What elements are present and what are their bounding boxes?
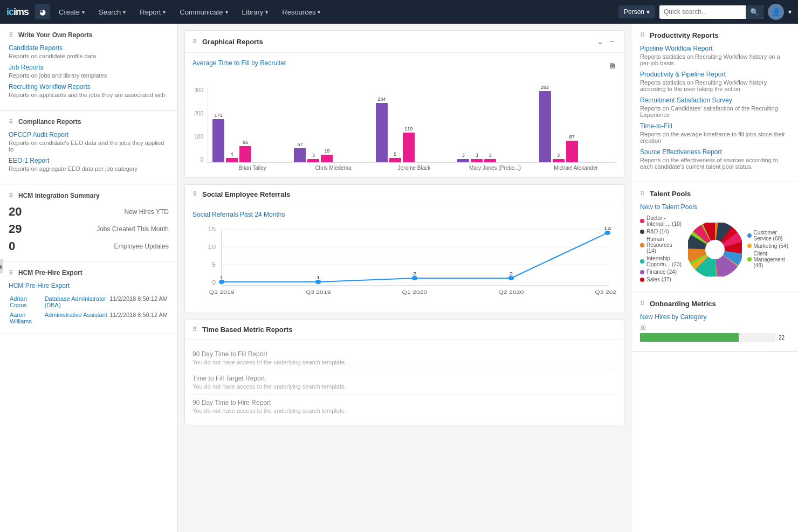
new-hires-category-link[interactable]: New Hires by Category — [640, 313, 789, 321]
bar-purple-4 — [539, 91, 551, 162]
widget-close-button[interactable]: − — [608, 36, 616, 47]
person-dropdown[interactable]: Person ▾ — [618, 5, 655, 18]
time-report-item-0: 90 Day Time to Fill Report You do not ha… — [192, 346, 616, 370]
hcm-prehire-title: ⠿ HCM Pre-Hire Export — [9, 269, 169, 277]
bar-group-4: 282 3 87 — [535, 85, 616, 162]
search-button[interactable]: 🔍 — [746, 5, 763, 19]
sidebar-collapse-button[interactable]: ◀ — [0, 259, 3, 273]
grip-icon: ⠿ — [9, 192, 13, 199]
nav-menu: Create ▾ Search ▾ Report ▾ Communicate ▾… — [52, 5, 616, 19]
prehire-role-0[interactable]: Database Administrator (DBA) — [44, 294, 109, 310]
search-input[interactable] — [659, 5, 746, 18]
legend-client-mgmt: Client Management (48) — [747, 251, 790, 268]
bar-purple-0 — [212, 119, 224, 162]
chevron-down-icon: ▾ — [265, 9, 268, 15]
nav-create[interactable]: Create ▾ — [52, 5, 91, 19]
legend-hr: Human Resources (14) — [640, 236, 683, 254]
legend-dot — [640, 243, 644, 247]
table-row: Aaron Williams Administrative Assistant … — [9, 310, 169, 326]
grip-icon: ⠿ — [9, 32, 13, 39]
hcm-prehire-link[interactable]: HCM Pre-Hire Export — [9, 282, 169, 289]
time-to-fill-link[interactable]: Time-to-Fill — [640, 122, 789, 130]
compliance-title: ⠿ Compliance Reports — [9, 118, 169, 126]
grip-icon: ⠿ — [640, 190, 644, 197]
social-referrals-header: ⠿ Social Employee Referrals — [185, 185, 624, 204]
legend-dot — [640, 230, 644, 234]
pie-chart-area: Doctor - Internal ... (10) R&D (14) Huma… — [640, 215, 789, 284]
legend-marketing: Marketing (54) — [747, 243, 790, 249]
compliance-section: ⠿ Compliance Reports OFCCP Audit Report … — [0, 110, 177, 184]
svg-text:1: 1 — [220, 275, 224, 280]
svg-text:10: 10 — [208, 244, 216, 251]
nav-resources[interactable]: Resources ▾ — [276, 5, 327, 19]
legend-sales: Sales (37) — [640, 277, 683, 282]
grip-icon: ⠿ — [9, 119, 13, 126]
social-referrals-title: ⠿ Social Employee Referrals — [192, 190, 290, 198]
legend-finance: Finance (24) — [640, 269, 683, 275]
write-your-own-section: ⠿ Write Your Own Reports Candidate Repor… — [0, 24, 177, 110]
legend-dot — [640, 259, 644, 264]
productivity-pipeline-link[interactable]: Productivity & Pipeline Report — [640, 71, 789, 78]
prehire-role-1[interactable]: Administrative Assistant — [44, 310, 109, 326]
nav-right: Person ▾ 🔍 👤 ▾ — [618, 4, 792, 20]
time-based-widget: ⠿ Time Based Metric Reports 90 Day Time … — [184, 320, 624, 425]
x-axis-labels: Brian Talley Chris Miedema Jerome Black … — [212, 165, 616, 171]
prehire-name-0[interactable]: Adrian Copus — [9, 294, 44, 310]
legend-dot — [747, 233, 752, 238]
nav-search[interactable]: Search ▾ — [92, 5, 132, 19]
recruiting-workflow-link[interactable]: Recruiting Workflow Reports — [9, 83, 169, 91]
onboard-bar-fill — [640, 333, 739, 342]
recruitment-satisfaction-link[interactable]: Recruitment Satisfaction Survey — [640, 96, 789, 104]
download-icon[interactable]: 🗎 — [609, 61, 616, 70]
nav-icon-button[interactable]: ◕ — [35, 4, 50, 19]
graphical-reports-widget: ⠿ Graphical Reports ⌄ − Average Time to … — [184, 30, 624, 178]
bar-pink-2 — [389, 158, 401, 162]
job-reports-desc: Reports on jobs and library templates — [9, 72, 169, 79]
time-based-header: ⠿ Time Based Metric Reports — [185, 320, 624, 340]
new-to-talent-pools-link[interactable]: New to Talent Pools — [640, 203, 789, 211]
candidate-reports-link[interactable]: Candidate Reports — [9, 44, 169, 52]
nav-communicate[interactable]: Communicate ▾ — [173, 5, 234, 19]
bar-purple-1 — [294, 148, 306, 162]
svg-point-10 — [219, 280, 225, 284]
avatar[interactable]: 👤 — [768, 4, 784, 20]
main-content: ◀ ⠿ Write Your Own Reports Candidate Rep… — [0, 24, 798, 532]
svg-text:1: 1 — [317, 275, 320, 280]
svg-point-34 — [705, 240, 725, 259]
grip-icon: ⠿ — [640, 300, 644, 307]
social-referrals-link[interactable]: Social Referrals Past 24 Months — [192, 211, 616, 218]
hcm-prehire-section: ⠿ HCM Pre-Hire Export HCM Pre-Hire Expor… — [0, 261, 177, 334]
pre-hire-table: Adrian Copus Database Administrator (DBA… — [9, 294, 169, 326]
job-reports-link[interactable]: Job Reports — [9, 64, 169, 71]
bars-container: 171 4 66 — [208, 87, 616, 163]
nav-report[interactable]: Report ▾ — [133, 5, 172, 19]
ofccp-link[interactable]: OFCCP Audit Report — [9, 131, 169, 139]
grip-icon: ⠿ — [192, 191, 197, 198]
chevron-down-icon: ▾ — [123, 9, 126, 15]
onboarding-chart: 30 22 — [640, 325, 789, 342]
legend-dot — [640, 278, 644, 282]
widget-controls: ⌄ − — [595, 36, 616, 47]
bar-pink-3 — [471, 159, 483, 162]
avg-time-fill-link[interactable]: Average Time to Fill by Recruiter — [192, 59, 286, 67]
hcm-integration-title: ⠿ HCM Integration Summary — [9, 192, 169, 199]
hcm-stat-newhires: 20 New Hires YTD — [9, 205, 169, 219]
bar-purple-2 — [376, 103, 388, 162]
pie-chart-svg — [688, 223, 742, 277]
avatar-dropdown-arrow[interactable]: ▾ — [788, 8, 792, 16]
line-chart: 15 10 5 0 — [192, 224, 616, 305]
bar-extra-2 — [403, 133, 415, 162]
pipeline-workflow-link[interactable]: Pipeline Workflow Report — [640, 45, 789, 52]
hcm-stat-updates: 0 Employee Updates — [9, 239, 169, 253]
eeo1-link[interactable]: EEO-1 Report — [9, 157, 169, 164]
prehire-name-1[interactable]: Aaron Williams — [9, 310, 44, 326]
hcm-stat-jobs: 29 Jobs Created This Month — [9, 222, 169, 236]
bar-group-2: 234 5 119 — [372, 96, 453, 162]
svg-text:0: 0 — [212, 280, 216, 286]
source-effectiveness-desc: Reports on the effectiveness of sources … — [640, 157, 789, 170]
widget-collapse-button[interactable]: ⌄ — [595, 36, 606, 47]
prehire-date-1: 11/2/2018 8:50:12 AM — [108, 310, 169, 326]
onboard-bar-row: 22 — [640, 333, 789, 342]
source-effectiveness-link[interactable]: Source Effectiveness Report — [640, 148, 789, 156]
nav-library[interactable]: Library ▾ — [236, 5, 275, 19]
